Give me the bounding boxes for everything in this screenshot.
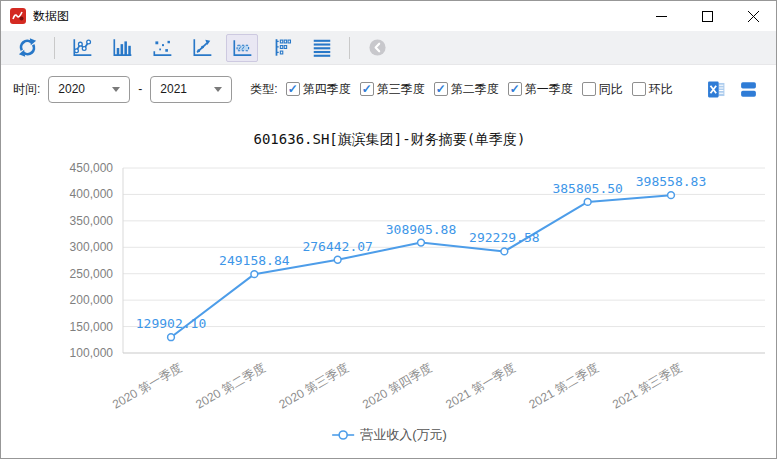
checked-checkbox-icon: ✓ bbox=[508, 82, 522, 96]
chart-area: 601636.SH[旗滨集团]-财务摘要(单季度) 100,000150,000… bbox=[1, 113, 777, 459]
export-group bbox=[707, 80, 758, 99]
checked-checkbox-icon: ✓ bbox=[360, 82, 374, 96]
app-icon bbox=[10, 8, 26, 24]
svg-text:200,000: 200,000 bbox=[70, 293, 114, 307]
value-axis-button[interactable] bbox=[266, 34, 298, 62]
time-label: 时间: bbox=[13, 81, 40, 98]
svg-text:276442.07: 276442.07 bbox=[302, 239, 372, 254]
svg-text:150,000: 150,000 bbox=[70, 320, 114, 334]
svg-text:2020 第二季度: 2020 第二季度 bbox=[193, 360, 268, 411]
svg-text:2020 第一季度: 2020 第一季度 bbox=[110, 360, 185, 411]
minimize-button[interactable] bbox=[638, 1, 684, 31]
svg-text:2020 第三季度: 2020 第三季度 bbox=[277, 360, 352, 411]
time-from-value: 2020 bbox=[58, 82, 85, 96]
scatter-chart-icon bbox=[151, 37, 173, 59]
line-chart-button[interactable] bbox=[66, 34, 98, 62]
svg-text:450,000: 450,000 bbox=[70, 161, 114, 175]
checkbox-yoy[interactable]: 同比 bbox=[582, 81, 623, 98]
legend-item-revenue[interactable]: 营业收入(万元) bbox=[332, 427, 447, 442]
svg-text:129902.10: 129902.10 bbox=[136, 316, 206, 331]
checkbox-mom[interactable]: 环比 bbox=[632, 81, 673, 98]
grid-lines-icon bbox=[311, 37, 333, 59]
svg-text:2020 第四季度: 2020 第四季度 bbox=[360, 360, 435, 411]
data-chart-window: 数据图 bbox=[0, 0, 777, 459]
grid-lines-button[interactable] bbox=[306, 34, 338, 62]
svg-text:385805.50: 385805.50 bbox=[552, 181, 622, 196]
svg-text:2021 第三季度: 2021 第三季度 bbox=[610, 360, 685, 411]
data-point bbox=[334, 256, 341, 263]
checkbox-label: 第二季度 bbox=[451, 81, 499, 98]
time-to-select[interactable]: 2021 bbox=[150, 76, 232, 103]
legend-marker-icon bbox=[339, 431, 347, 439]
maximize-button[interactable] bbox=[684, 1, 730, 31]
data-point bbox=[584, 199, 591, 206]
range-separator: - bbox=[138, 82, 142, 96]
chevron-down-icon bbox=[214, 87, 222, 92]
data-point bbox=[501, 248, 508, 255]
back-button[interactable] bbox=[361, 34, 393, 62]
data-point bbox=[251, 271, 258, 278]
close-button[interactable] bbox=[730, 1, 776, 31]
checkbox-label: 环比 bbox=[649, 81, 673, 98]
unchecked-checkbox-icon bbox=[632, 82, 646, 96]
window-title: 数据图 bbox=[33, 8, 69, 25]
svg-text:249158.84: 249158.84 bbox=[219, 253, 290, 268]
checked-checkbox-icon: ✓ bbox=[434, 82, 448, 96]
type-label: 类型: bbox=[250, 81, 277, 98]
checkbox-label: 第一季度 bbox=[525, 81, 573, 98]
svg-text:400,000: 400,000 bbox=[70, 187, 114, 201]
svg-text:营业收入(万元): 营业收入(万元) bbox=[360, 427, 447, 442]
checkbox-label: 同比 bbox=[599, 81, 623, 98]
svg-text:2021 第一季度: 2021 第一季度 bbox=[443, 360, 518, 411]
checked-checkbox-icon: ✓ bbox=[286, 82, 300, 96]
save-icon[interactable] bbox=[739, 80, 758, 99]
window-controls bbox=[638, 1, 776, 31]
svg-text:350,000: 350,000 bbox=[70, 214, 114, 228]
checkbox-q2[interactable]: ✓第二季度 bbox=[434, 81, 499, 98]
data-point bbox=[168, 334, 175, 341]
scatter-chart-button[interactable] bbox=[146, 34, 178, 62]
unchecked-checkbox-icon bbox=[582, 82, 596, 96]
refresh-button[interactable] bbox=[11, 34, 43, 62]
line-chart-icon bbox=[71, 37, 93, 59]
svg-text:292229.58: 292229.58 bbox=[469, 230, 539, 245]
data-point bbox=[668, 192, 675, 199]
revenue-line-chart: 100,000150,000200,000250,000300,000350,0… bbox=[1, 113, 777, 459]
svg-text:398558.83: 398558.83 bbox=[636, 174, 706, 189]
svg-text:300,000: 300,000 bbox=[70, 240, 114, 254]
data-point bbox=[418, 239, 425, 246]
data-label-chart-button[interactable] bbox=[226, 34, 258, 62]
svg-text:250,000: 250,000 bbox=[70, 267, 114, 281]
time-from-select[interactable]: 2020 bbox=[48, 76, 130, 103]
svg-text:2021 第二季度: 2021 第二季度 bbox=[527, 360, 602, 411]
refresh-icon bbox=[17, 37, 38, 58]
data-labels: 129902.10249158.84276442.07308905.882922… bbox=[136, 174, 706, 331]
title-bar: 数据图 bbox=[1, 1, 776, 31]
checkbox-q4[interactable]: ✓第四季度 bbox=[286, 81, 351, 98]
back-icon bbox=[368, 38, 387, 57]
chart-toolbar bbox=[1, 31, 776, 65]
bar-chart-button[interactable] bbox=[106, 34, 138, 62]
toolbar-separator bbox=[54, 37, 55, 59]
x-axis-labels: 2020 第一季度2020 第二季度2020 第三季度2020 第四季度2021… bbox=[110, 360, 685, 411]
bar-chart-icon bbox=[111, 37, 133, 59]
data-label-chart-icon bbox=[231, 37, 253, 59]
toolbar-separator bbox=[349, 37, 350, 59]
checkbox-label: 第四季度 bbox=[303, 81, 351, 98]
checkbox-label: 第三季度 bbox=[377, 81, 425, 98]
checkbox-q1[interactable]: ✓第一季度 bbox=[508, 81, 573, 98]
value-axis-icon bbox=[271, 37, 293, 59]
time-to-value: 2021 bbox=[160, 82, 187, 96]
checkbox-q3[interactable]: ✓第三季度 bbox=[360, 81, 425, 98]
type-checkbox-group: ✓第四季度✓第三季度✓第二季度✓第一季度同比环比 bbox=[286, 81, 682, 98]
svg-text:308905.88: 308905.88 bbox=[386, 222, 456, 237]
svg-text:100,000: 100,000 bbox=[70, 346, 114, 360]
filter-bar: 时间: 2020 - 2021 类型: ✓第四季度✓第三季度✓第二季度✓第一季度… bbox=[1, 65, 776, 113]
trend-chart-icon bbox=[191, 37, 213, 59]
chevron-down-icon bbox=[112, 87, 120, 92]
trend-chart-button[interactable] bbox=[186, 34, 218, 62]
excel-export-icon[interactable] bbox=[707, 80, 726, 99]
